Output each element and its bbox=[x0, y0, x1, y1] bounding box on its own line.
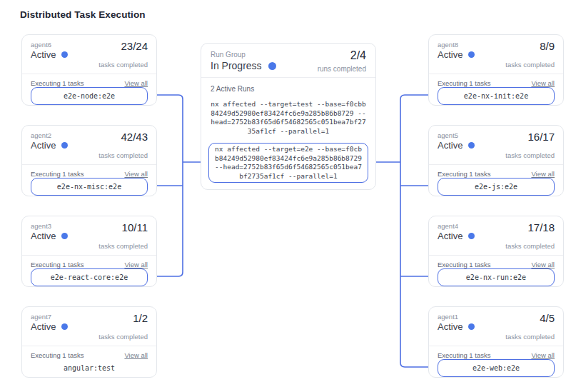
task-chip[interactable]: e2e-js:e2e bbox=[438, 178, 555, 196]
agent-name: agent8 bbox=[438, 41, 458, 49]
executing-tasks-label: Executing 1 tasks bbox=[438, 351, 490, 359]
tasks-completed-label: tasks completed bbox=[98, 151, 148, 159]
tasks-progress: 16/17 bbox=[527, 131, 555, 143]
tasks-completed-label: tasks completed bbox=[505, 333, 555, 341]
status-dot-icon bbox=[468, 233, 475, 239]
tasks-completed-label: tasks completed bbox=[98, 61, 148, 69]
executing-tasks-label: Executing 1 tasks bbox=[31, 261, 84, 268]
runs-completed-label: runs completed bbox=[318, 65, 366, 73]
runs-progress: 2/4 bbox=[350, 49, 366, 62]
view-all-link[interactable]: View all bbox=[531, 261, 555, 268]
agent-status: Active bbox=[438, 231, 463, 241]
agent-name: agent2 bbox=[31, 131, 51, 139]
run-group-label: Run Group bbox=[211, 51, 246, 59]
executing-tasks-label: Executing 1 tasks bbox=[438, 79, 490, 87]
card-divider bbox=[22, 74, 156, 74]
agent-name: agent4 bbox=[438, 222, 458, 230]
card-divider bbox=[22, 164, 156, 165]
task-chip[interactable]: angular:test bbox=[31, 359, 148, 377]
view-all-link[interactable]: View all bbox=[531, 79, 555, 87]
status-dot-icon bbox=[468, 323, 475, 330]
status-dot-icon bbox=[61, 142, 68, 149]
card-divider bbox=[429, 346, 563, 346]
agent-card-agent4: agent4 Active 17/18 tasks completed Exec… bbox=[428, 216, 564, 287]
tasks-completed-label: tasks completed bbox=[505, 151, 555, 159]
run-command-active[interactable]: nx affected --target=e2e --base=f0cbb842… bbox=[208, 143, 368, 183]
task-chip[interactable]: e2e-node:e2e bbox=[31, 87, 148, 105]
agent-name: agent7 bbox=[31, 313, 51, 321]
run-group-card: Run Group In Progress 2/4 runs completed… bbox=[201, 43, 376, 190]
card-divider bbox=[429, 74, 563, 74]
tasks-progress: 4/5 bbox=[540, 312, 555, 324]
card-divider bbox=[22, 255, 156, 256]
executing-tasks-label: Executing 1 tasks bbox=[438, 261, 490, 268]
status-dot-icon bbox=[61, 233, 68, 239]
view-all-link[interactable]: View all bbox=[124, 170, 148, 178]
agent-status: Active bbox=[31, 321, 56, 332]
agent-card-agent2: agent2 Active 42/43 tasks completed Exec… bbox=[21, 125, 157, 196]
tasks-completed-label: tasks completed bbox=[505, 242, 555, 250]
run-command-text: nx affected --target=e2e --base=f0cbb842… bbox=[213, 145, 363, 181]
agent-name: agent1 bbox=[438, 313, 458, 321]
task-chip[interactable]: e2e-react-core:e2e bbox=[31, 268, 148, 286]
agent-name: agent5 bbox=[438, 131, 458, 139]
tasks-progress: 8/9 bbox=[540, 40, 555, 52]
status-dot-icon bbox=[61, 323, 68, 330]
agent-card-agent3: agent3 Active 10/11 tasks completed Exec… bbox=[21, 216, 157, 287]
tasks-completed-label: tasks completed bbox=[505, 61, 555, 69]
status-dot-icon bbox=[268, 62, 276, 70]
active-runs-label: 2 Active Runs bbox=[211, 85, 254, 93]
tasks-progress: 42/43 bbox=[121, 131, 148, 143]
view-all-link[interactable]: View all bbox=[124, 79, 148, 87]
task-chip[interactable]: e2e-nx-run:e2e bbox=[438, 268, 555, 286]
agent-status: Active bbox=[438, 140, 463, 151]
agent-status: Active bbox=[31, 231, 56, 241]
agent-card-agent7: agent7 Active 1/2 tasks completed Execut… bbox=[21, 306, 157, 378]
card-divider bbox=[429, 164, 563, 165]
agent-card-agent5: agent5 Active 16/17 tasks completed Exec… bbox=[428, 125, 564, 196]
run-command: nx affected --target=test --base=f0cbb84… bbox=[210, 100, 367, 136]
agent-status: Active bbox=[438, 49, 463, 60]
card-divider bbox=[201, 77, 375, 78]
view-all-link[interactable]: View all bbox=[531, 170, 555, 178]
executing-tasks-label: Executing 1 tasks bbox=[31, 170, 84, 178]
tasks-completed-label: tasks completed bbox=[98, 333, 148, 341]
agent-status: Active bbox=[31, 49, 56, 60]
view-all-link[interactable]: View all bbox=[531, 351, 555, 359]
agent-card-agent8: agent8 Active 8/9 tasks completed Execut… bbox=[428, 34, 564, 106]
run-group-status: In Progress bbox=[211, 60, 262, 71]
task-chip[interactable]: e2e-web:e2e bbox=[438, 359, 555, 377]
executing-tasks-label: Executing 1 tasks bbox=[438, 170, 490, 178]
agent-name: agent6 bbox=[31, 41, 51, 49]
task-chip[interactable]: e2e-nx-init:e2e bbox=[438, 87, 555, 105]
tasks-completed-label: tasks completed bbox=[98, 242, 148, 250]
status-dot-icon bbox=[468, 51, 475, 58]
agent-name: agent3 bbox=[31, 222, 51, 230]
agent-status: Active bbox=[31, 140, 56, 151]
tasks-progress: 10/11 bbox=[122, 221, 148, 233]
agent-card-agent1: agent1 Active 4/5 tasks completed Execut… bbox=[428, 306, 564, 378]
tasks-progress: 1/2 bbox=[133, 312, 148, 324]
card-divider bbox=[22, 346, 156, 346]
executing-tasks-label: Executing 1 tasks bbox=[31, 351, 84, 359]
status-dot-icon bbox=[468, 142, 475, 149]
executing-tasks-label: Executing 1 tasks bbox=[31, 79, 84, 87]
task-chip[interactable]: e2e-nx-misc:e2e bbox=[31, 178, 148, 196]
agent-card-agent6: agent6 Active 23/24 tasks completed Exec… bbox=[21, 34, 157, 106]
view-all-link[interactable]: View all bbox=[124, 351, 148, 359]
view-all-link[interactable]: View all bbox=[124, 261, 148, 268]
status-dot-icon bbox=[61, 51, 68, 58]
tasks-progress: 17/18 bbox=[527, 221, 555, 233]
page-title: Distributed Task Execution bbox=[20, 9, 146, 20]
card-divider bbox=[429, 255, 563, 256]
agent-status: Active bbox=[438, 321, 463, 332]
tasks-progress: 23/24 bbox=[121, 40, 148, 52]
